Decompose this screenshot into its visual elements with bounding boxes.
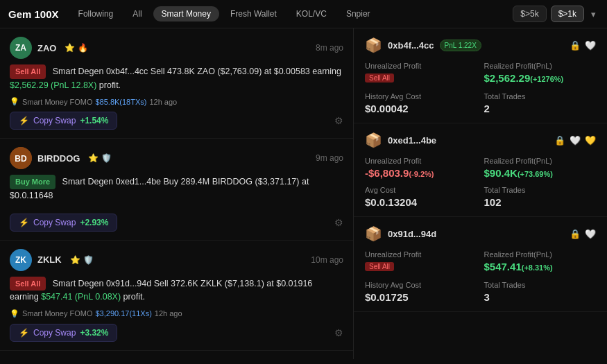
realized-stat-2: Realized Profit(PnL) $90.4K(+73.69%) xyxy=(484,157,597,179)
lock-icon-3: 🔒 xyxy=(570,229,581,239)
badges-2: ⭐ 🛡️ xyxy=(88,153,112,163)
settings-icon-3[interactable]: ⚙ xyxy=(334,327,343,338)
wallet-addr-1: 0xb4f...4cc xyxy=(388,40,434,51)
message-post-3: profit. xyxy=(123,292,145,302)
copy-swap-label-2: Copy Swap xyxy=(33,218,76,227)
avatar-1: ZA xyxy=(10,37,32,59)
tab-fresh-wallet[interactable]: Fresh Wallet xyxy=(222,6,285,21)
nav-tabs: Following All Smart Money Fresh Wallet K… xyxy=(70,6,379,21)
copy-swap-btn-2[interactable]: ⚡ Copy Swap +2.93% xyxy=(10,214,117,232)
copy-swap-label-3: Copy Swap xyxy=(33,328,76,338)
timestamp-1: 8m ago xyxy=(316,43,343,53)
timestamp-2: 9m ago xyxy=(316,153,343,163)
wallet-badge-1: PnL 1.22X xyxy=(440,40,481,51)
feed-item-2-header: BD BIRDDOG ⭐ 🛡️ 9m ago xyxy=(10,147,343,169)
unrealized-label-1: Unrealized Profit xyxy=(365,62,477,70)
tab-snpier[interactable]: Snpier xyxy=(338,6,379,21)
sell-all-1: Sell All xyxy=(365,73,394,83)
history-label-3: History Avg Cost xyxy=(365,281,477,289)
tab-smart-money[interactable]: Smart Money xyxy=(153,6,219,21)
copy-swap-btn-1[interactable]: ⚡ Copy Swap +1.54% xyxy=(10,112,117,130)
footer-3: ⚡ Copy Swap +3.32% ⚙ xyxy=(10,324,343,342)
app-container: Gem 100X Following All Smart Money Fresh… xyxy=(0,0,607,359)
earning-3: $547.41 xyxy=(41,292,72,302)
filter-gt5k[interactable]: $>5k xyxy=(513,6,546,22)
feed-item-2: BD BIRDDOG ⭐ 🛡️ 9m ago Buy More Smart De… xyxy=(0,139,353,240)
wallet-stats-1: Unrealized Profit Sell All Realized Prof… xyxy=(365,62,596,114)
wallet-icons-1: 🔒 🤍 xyxy=(570,40,596,51)
realized-pct-2: (+73.69%) xyxy=(518,170,553,178)
unrealized-stat-2: Unrealized Profit -$6,803.9(-9.2%) xyxy=(365,157,477,179)
feed-item-3-header: ZK ZKLK ⭐ 🛡️ 10m ago xyxy=(10,249,343,271)
filter-gt1k[interactable]: $>1k xyxy=(551,6,584,22)
realized-value-3: $547.41(+8.31%) xyxy=(484,261,597,272)
user-info-2: BD BIRDDOG ⭐ 🛡️ xyxy=(10,147,112,169)
profit-pct-1: +1.54% xyxy=(80,116,108,125)
trades-stat-1: Total Trades 2 xyxy=(484,92,597,114)
badges-1: ⭐ 🔥 xyxy=(65,43,88,53)
user-info-1: ZA ZAO ⭐ 🔥 xyxy=(10,37,88,59)
timestamp-3: 10m ago xyxy=(311,255,343,265)
sm-label-1: Smart Money FOMO xyxy=(22,98,92,106)
settings-icon-2[interactable]: ⚙ xyxy=(334,217,343,228)
unrealized-stat-3: Unrealized Profit Sell All xyxy=(365,250,477,274)
tab-kol-vc[interactable]: KOL/VC xyxy=(288,6,335,21)
unrealized-stat-1: Unrealized Profit Sell All xyxy=(365,62,477,85)
unrealized-pct-2: (-9.2%) xyxy=(409,170,434,178)
username-3: ZKLK xyxy=(37,254,62,265)
trades-stat-2: Total Trades 102 xyxy=(484,186,597,208)
copy-swap-label-1: Copy Swap xyxy=(33,116,76,125)
wallet-stats-3: Unrealized Profit Sell All Realized Prof… xyxy=(365,250,596,303)
fire-icon-1: 🔥 xyxy=(78,43,88,53)
sm-note-3: 💡 Smart Money FOMO $3,290.17(11Xs) 12h a… xyxy=(10,309,343,318)
history-stat-1: History Avg Cost $0.00042 xyxy=(365,92,477,114)
wallet-icons-3: 🔒 🤍 xyxy=(570,229,596,239)
tag-2: Buy More xyxy=(10,175,55,189)
message-3: Sell All Smart Degen 0x91d...94d Sell 37… xyxy=(10,277,343,304)
lightning-icon-3: ⚡ xyxy=(19,328,29,338)
pnl-1: (PnL 12.8X) xyxy=(51,80,96,90)
trades-label-2: Total Trades xyxy=(484,186,597,194)
shield-icon-3: 🛡️ xyxy=(83,255,94,265)
avatar-3: ZK xyxy=(10,249,32,271)
trades-label-1: Total Trades xyxy=(484,92,597,101)
username-2: BIRDDOG xyxy=(37,153,80,164)
avg-stat-2: Avg Cost $0.0.13204 xyxy=(365,186,477,208)
wallet-header-1: 📦 0xb4f...4cc PnL 1.22X 🔒 🤍 xyxy=(365,37,596,53)
footer-2: ⚡ Copy Swap +2.93% ⚙ xyxy=(10,214,343,232)
message-1: Sell All Smart Degen 0xb4f...4cc Sell 47… xyxy=(10,64,343,92)
star-icon-w2: 💛 xyxy=(585,135,596,146)
main-content: ZA ZAO ⭐ 🔥 8m ago Sell All Smart Degen 0… xyxy=(0,28,607,359)
settings-icon-1[interactable]: ⚙ xyxy=(334,115,343,126)
copy-swap-btn-3[interactable]: ⚡ Copy Swap +3.32% xyxy=(10,324,117,342)
sm-note-1: 💡 Smart Money FOMO $85.8K(18TXs) 12h ago xyxy=(10,97,343,106)
realized-pct-1: (+1276%) xyxy=(530,75,563,83)
avatar-img-2: BD xyxy=(10,147,32,169)
feed-item-1-header: ZA ZAO ⭐ 🔥 8m ago xyxy=(10,37,343,59)
activity-feed: ZA ZAO ⭐ 🔥 8m ago Sell All Smart Degen 0… xyxy=(0,28,354,359)
filter-icon[interactable]: ▾ xyxy=(588,6,599,22)
wallet-addr-2: 0xed1...4be xyxy=(388,135,436,146)
tab-following[interactable]: Following xyxy=(70,6,122,21)
svg-text:BD: BD xyxy=(15,154,27,164)
bulb-icon-3: 💡 xyxy=(10,309,19,318)
username-1: ZAO xyxy=(37,43,56,53)
unrealized-label-3: Unrealized Profit xyxy=(365,250,477,259)
message-text-1: Smart Degen 0xb4f...4cc Sell 473.8K ZAO … xyxy=(53,67,341,76)
history-stat-3: History Avg Cost $0.01725 xyxy=(365,281,477,303)
wallet-icon-2: 📦 xyxy=(365,132,382,148)
wallet-card-1: 📦 0xb4f...4cc PnL 1.22X 🔒 🤍 Unrealized P… xyxy=(354,28,607,123)
tab-all[interactable]: All xyxy=(124,6,150,21)
sm-amount-3: $3,290.17(11Xs) xyxy=(95,309,151,318)
bulb-icon-1: 💡 xyxy=(10,97,19,106)
sm-label-3: Smart Money FOMO xyxy=(22,309,92,318)
star-icon-3: ⭐ xyxy=(70,255,80,265)
earning-1: $2,562.29 xyxy=(10,80,49,90)
sm-amount-1: $85.8K(18TXs) xyxy=(95,98,146,106)
wallet-icon-1: 📦 xyxy=(365,37,382,53)
profit-pct-2: +2.93% xyxy=(80,218,108,227)
pnl-3: (PnL 0.08X) xyxy=(75,292,121,302)
realized-stat-1: Realized Profit(PnL) $2,562.29(+1276%) xyxy=(484,62,597,85)
realized-pct-3: (+8.31%) xyxy=(522,263,553,272)
avatar-2: BD xyxy=(10,147,32,169)
